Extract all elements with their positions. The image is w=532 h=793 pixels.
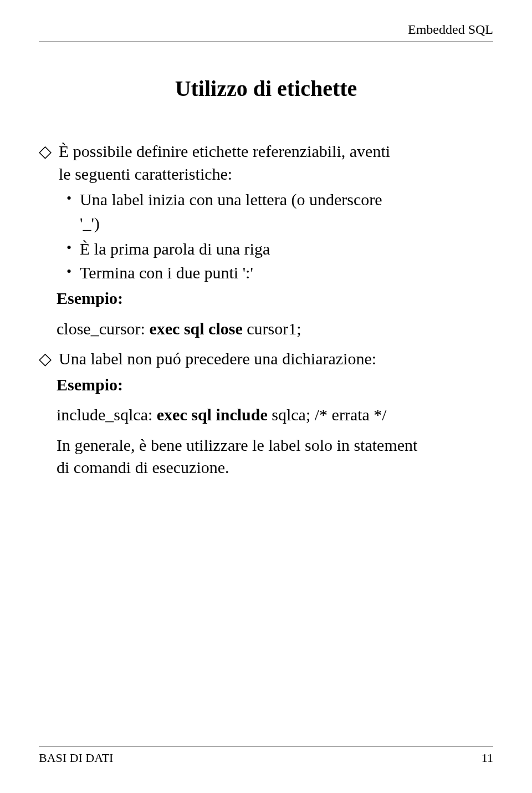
footer-left: BASI DI DATI: [39, 751, 113, 765]
bullet-item-2: • È la prima parola di una riga: [66, 238, 493, 261]
bullet-list-1: • Una label inizia con una lettera (o un…: [66, 189, 493, 284]
footer-right: 11: [482, 751, 493, 765]
diamond-item-2: ◇ Una label non puó precedere una dichia…: [39, 348, 493, 370]
running-header: Embedded SQL: [39, 22, 493, 42]
bullet-icon: •: [66, 262, 80, 282]
example-label-1: Esempio:: [57, 287, 493, 310]
page-title: Utilizzo di etichette: [39, 75, 493, 101]
intro2: Una label non puó precedere una dichiara…: [59, 348, 493, 370]
example-code-2: include_sqlca: exec sql include sqlca; /…: [57, 404, 493, 426]
intro-line-b: le seguenti caratteristiche:: [59, 163, 493, 186]
code-part-1b: exec sql close: [149, 319, 242, 338]
code-part-1c: cursor1;: [243, 319, 301, 338]
example-code-1: close_cursor: exec sql close cursor1;: [57, 318, 493, 340]
footer: BASI DI DATI 11: [39, 746, 493, 765]
bullet-text-3: Termina con i due punti ':': [80, 262, 493, 284]
code-part-2c: sqlca; /* errata */: [268, 405, 387, 424]
intro-line-a: È possibile definire etichette referenzi…: [59, 140, 493, 163]
main-content: ◇ È possibile definire etichette referen…: [39, 140, 493, 479]
bullet-text-1a: Una label inizia con una lettera (o unde…: [80, 189, 493, 211]
example-label-2: Esempio:: [57, 374, 493, 396]
diamond-icon: ◇: [39, 140, 59, 163]
bullet-icon: •: [66, 238, 80, 258]
code-part-1a: close_cursor:: [57, 319, 149, 338]
code-part-2b: exec sql include: [157, 405, 268, 424]
running-title: Embedded SQL: [408, 22, 493, 37]
bullet-text-2: È la prima parola di una riga: [80, 238, 493, 261]
bullet-item-1: • Una label inizia con una lettera (o un…: [66, 189, 493, 211]
code-part-2a: include_sqlca:: [57, 405, 157, 424]
bullet-text-1b: '_'): [80, 212, 493, 235]
closing-text-b: di comandi di esecuzione.: [57, 456, 493, 479]
closing-text-a: In generale, è bene utilizzare le label …: [57, 434, 493, 457]
diamond-icon: ◇: [39, 348, 59, 370]
diamond-item-1: ◇ È possibile definire etichette referen…: [39, 140, 493, 163]
bullet-icon: •: [66, 189, 80, 209]
bullet-item-3: • Termina con i due punti ':': [66, 262, 493, 284]
